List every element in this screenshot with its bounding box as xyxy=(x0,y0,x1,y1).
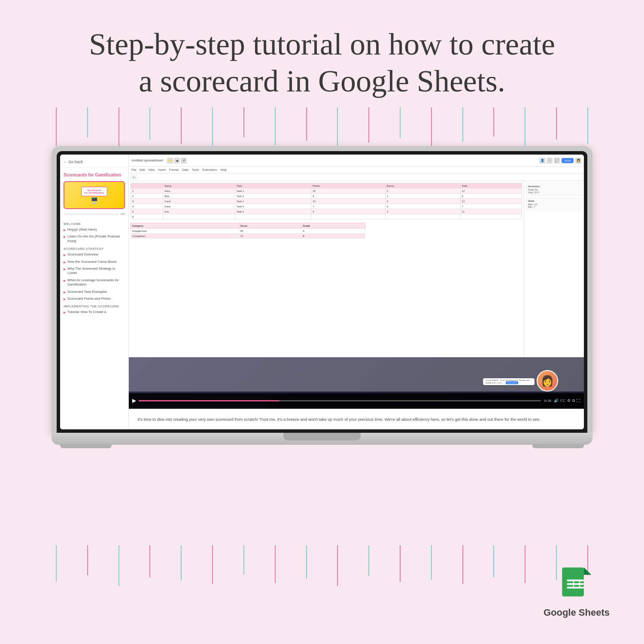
cell-task[interactable] xyxy=(235,214,311,219)
laptop-container: ← Go back Scorecards for Gamification Sc… xyxy=(52,146,592,558)
cell-name[interactable]: Dave xyxy=(163,204,235,209)
menu-item-podcast[interactable]: ▶ Listen On-the-Go (Private Podcast Feed… xyxy=(60,233,128,245)
menu-item-tutorial[interactable]: ▶ Tutorial: How To Create a xyxy=(60,309,128,316)
cell-bonus[interactable]: 2 xyxy=(385,188,460,194)
chat-icon: 💬 xyxy=(554,158,560,164)
cell-total[interactable]: 9 xyxy=(460,194,522,199)
captions-icon[interactable]: CC xyxy=(560,398,565,403)
cell-total[interactable]: 11 xyxy=(460,209,522,214)
cell-bonus[interactable]: 1 xyxy=(385,194,460,199)
menu-item-start-here[interactable]: ▶ Heyyy! (Start Here) xyxy=(60,226,128,233)
col-header-name: Name xyxy=(163,183,235,188)
cell-points[interactable]: 10 xyxy=(311,199,386,204)
cell-task[interactable]: Task 2 xyxy=(235,209,311,214)
cell-total[interactable]: 7 xyxy=(460,204,522,209)
secondary-header: Category Score Grade xyxy=(131,223,365,228)
video-progress-fill xyxy=(139,400,279,401)
cell-points[interactable] xyxy=(311,214,386,219)
cell-bonus[interactable] xyxy=(385,214,460,219)
decorative-lines-bottom xyxy=(56,545,588,597)
sheet-grid-container: Name Task Points Bonus Total xyxy=(129,181,524,357)
menu-item-how-scorecard[interactable]: ▶ How the Scorecard Came About xyxy=(60,258,128,265)
widget-avg: Avg: 10.4 xyxy=(528,191,580,194)
menu-item-task-examples[interactable]: ▶ Scorecard Task Examples xyxy=(60,289,128,295)
sec-cell[interactable]: Engagement xyxy=(131,228,239,234)
menu-help[interactable]: Help xyxy=(220,168,226,171)
cell-name[interactable]: Alice xyxy=(163,188,235,194)
table-row: 4 Dave Task 3 7 0 7 xyxy=(131,204,522,209)
laptop-screen: ← Go back Scorecards for Gamification Sc… xyxy=(60,155,584,429)
cell-task[interactable]: Task 1 xyxy=(235,188,311,194)
sec-cell[interactable]: 72 xyxy=(239,234,301,239)
course-thumbnail: Scorecardsfor Gamification 🖥️ xyxy=(64,181,125,209)
go-back-link[interactable]: ← Go back xyxy=(60,158,128,168)
cell-task[interactable]: Task 2 xyxy=(235,194,311,199)
cell-name[interactable] xyxy=(163,214,235,219)
table-row: 5 Eve Task 2 9 2 11 xyxy=(131,209,522,214)
cell-total[interactable] xyxy=(460,214,522,219)
sec-row: Completion 72 B xyxy=(131,234,365,239)
cell-points[interactable]: 7 xyxy=(311,204,386,209)
cell-name[interactable]: Eve xyxy=(163,209,235,214)
play-button[interactable]: ▶ xyxy=(132,398,136,404)
menu-edit[interactable]: Edit xyxy=(140,168,145,171)
menu-insert[interactable]: Insert xyxy=(158,168,166,171)
video-progress-track[interactable] xyxy=(139,400,541,401)
section-implementing: IMPLEMENTING THE SCORECARD xyxy=(60,302,128,309)
stay-tuned-button[interactable]: Stay tuned xyxy=(506,381,518,384)
secondary-table: Category Score Grade Engagement xyxy=(131,223,365,239)
sec-cell[interactable]: Completion xyxy=(131,234,239,239)
cell-total[interactable]: 12 xyxy=(460,188,522,194)
menu-data[interactable]: Data xyxy=(182,168,188,171)
cell-bonus[interactable]: 3 xyxy=(385,199,460,204)
cell-name[interactable]: Bob xyxy=(163,194,235,199)
volume-icon[interactable]: 🔊 xyxy=(554,398,559,403)
arrow-icon: ▶ xyxy=(64,235,66,239)
cell-points[interactable]: 8 xyxy=(311,194,386,199)
arrow-icon: ▶ xyxy=(64,253,66,257)
spreadsheet-table: Name Task Points Bonus Total xyxy=(131,183,522,219)
cell-bonus[interactable]: 0 xyxy=(385,204,460,209)
settings-icon[interactable]: ⚙ xyxy=(567,398,571,403)
cell-bonus[interactable]: 2 xyxy=(385,209,460,214)
menu-extensions[interactable]: Extensions xyxy=(202,168,217,171)
menu-tools[interactable]: Tools xyxy=(192,168,199,171)
menu-format[interactable]: Format xyxy=(169,168,179,171)
col-header-points: Points xyxy=(311,183,386,188)
menu-item-points-prizes[interactable]: ▶ Scorecard Points and Prizes xyxy=(60,295,128,302)
laptop-foot-right xyxy=(532,444,584,448)
secondary-table-container: Category Score Grade Engagement xyxy=(131,223,522,239)
col-header-task: Task xyxy=(235,183,311,188)
menu-item-overview[interactable]: ▶ Scorecard Overview xyxy=(60,251,128,258)
menu-file[interactable]: File xyxy=(131,168,136,171)
cell-total[interactable]: 13 xyxy=(460,199,522,204)
menu-item-why-scorecard[interactable]: ▶ Why The Scorecard Strategy Is Loved xyxy=(60,265,128,277)
time-display: 14:38 xyxy=(544,399,551,402)
cell-ref-box[interactable]: A1 xyxy=(131,175,138,179)
cell-task[interactable]: Task 3 xyxy=(235,204,311,209)
widget2-min: Min: 7 xyxy=(528,206,580,208)
cell-name[interactable]: Carol xyxy=(163,199,235,204)
share-button[interactable]: Share xyxy=(562,158,574,163)
laptop-notch xyxy=(283,433,361,440)
arrow-icon: ▶ xyxy=(64,260,66,264)
cell-points[interactable]: 10 xyxy=(311,188,386,194)
cell-task[interactable]: Task 1 xyxy=(235,199,311,204)
menu-item-when-leverage[interactable]: ▶ When to Leverage Scorecards for Gamifi… xyxy=(60,277,128,289)
sec-cell[interactable]: B xyxy=(301,234,365,239)
row-num: 4 xyxy=(131,204,163,209)
widget-2: Stats Max: 13 Min: 7 xyxy=(526,197,582,210)
sec-cell[interactable]: A xyxy=(301,228,365,234)
row-num: 2 xyxy=(131,194,163,199)
sheet-grid: Name Task Points Bonus Total xyxy=(131,183,522,239)
arrow-icon: ▶ xyxy=(64,267,66,271)
menu-view[interactable]: View xyxy=(148,168,155,171)
sec-cell[interactable]: 85 xyxy=(239,228,301,234)
pip-icon[interactable]: ⧉ xyxy=(572,398,575,403)
svg-rect-6 xyxy=(567,587,583,589)
thumbnail-label: Scorecardsfor Gamification xyxy=(81,187,107,196)
fullscreen-icon[interactable]: ⛶ xyxy=(577,398,580,403)
cell-points[interactable]: 9 xyxy=(311,209,386,214)
sec-row: Engagement 85 A xyxy=(131,228,365,234)
format-toolbar: A1 xyxy=(129,173,584,181)
